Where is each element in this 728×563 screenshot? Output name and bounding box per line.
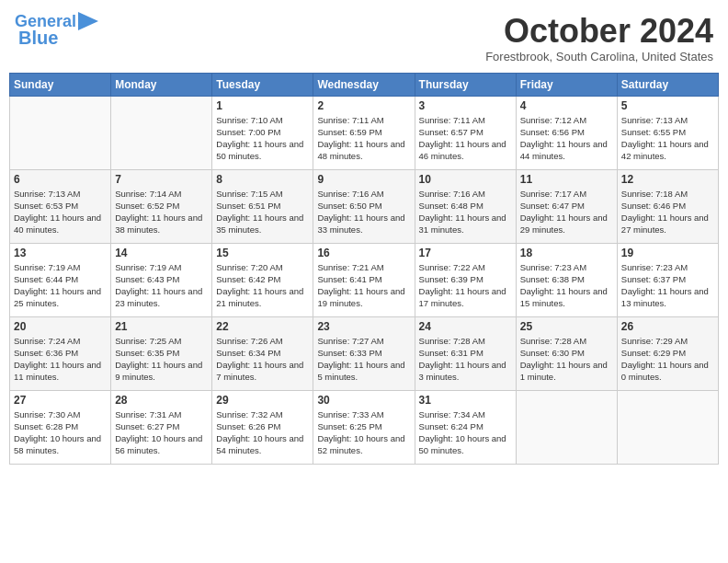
calendar-cell: 4 Sunrise: 7:12 AMSunset: 6:56 PMDayligh…: [516, 96, 617, 169]
calendar-cell: [516, 390, 617, 464]
calendar-cell: [617, 390, 718, 464]
calendar-cell: 8 Sunrise: 7:15 AMSunset: 6:51 PMDayligh…: [212, 169, 313, 243]
day-info: Sunrise: 7:27 AMSunset: 6:33 PMDaylight:…: [317, 335, 410, 384]
day-info: Sunrise: 7:16 AMSunset: 6:48 PMDaylight:…: [419, 188, 512, 236]
calendar-cell: 23 Sunrise: 7:27 AMSunset: 6:33 PMDaylig…: [313, 316, 415, 390]
calendar-cell: 31 Sunrise: 7:34 AMSunset: 6:24 PMDaylig…: [415, 390, 516, 464]
day-info: Sunrise: 7:11 AMSunset: 6:57 PMDaylight:…: [419, 114, 512, 163]
calendar-cell: 9 Sunrise: 7:16 AMSunset: 6:50 PMDayligh…: [313, 169, 415, 243]
week-row-1: 1 Sunrise: 7:10 AMSunset: 7:00 PMDayligh…: [10, 96, 719, 169]
calendar-cell: 30 Sunrise: 7:33 AMSunset: 6:25 PMDaylig…: [313, 390, 415, 464]
calendar-cell: 19 Sunrise: 7:23 AMSunset: 6:37 PMDaylig…: [617, 243, 718, 316]
day-info: Sunrise: 7:28 AMSunset: 6:31 PMDaylight:…: [419, 335, 512, 384]
day-number: 17: [419, 247, 512, 259]
day-number: 5: [621, 99, 714, 112]
day-number: 11: [520, 173, 613, 186]
calendar-cell: 21 Sunrise: 7:25 AMSunset: 6:35 PMDaylig…: [111, 316, 212, 390]
day-number: 25: [520, 320, 613, 333]
day-info: Sunrise: 7:18 AMSunset: 6:46 PMDaylight:…: [621, 188, 714, 236]
calendar-cell: 13 Sunrise: 7:19 AMSunset: 6:44 PMDaylig…: [10, 243, 111, 316]
header-row: SundayMondayTuesdayWednesdayThursdayFrid…: [10, 73, 719, 96]
day-number: 3: [419, 99, 512, 112]
calendar-cell: [10, 96, 111, 169]
calendar-cell: 28 Sunrise: 7:31 AMSunset: 6:27 PMDaylig…: [111, 390, 212, 464]
day-number: 6: [14, 173, 107, 186]
day-info: Sunrise: 7:32 AMSunset: 6:26 PMDaylight:…: [216, 408, 309, 457]
day-number: 15: [216, 247, 309, 259]
svg-marker-0: [78, 12, 98, 30]
day-number: 31: [419, 394, 512, 407]
calendar-cell: 2 Sunrise: 7:11 AMSunset: 6:59 PMDayligh…: [313, 96, 415, 169]
day-info: Sunrise: 7:16 AMSunset: 6:50 PMDaylight:…: [317, 188, 410, 236]
day-number: 23: [317, 320, 410, 333]
day-info: Sunrise: 7:23 AMSunset: 6:38 PMDaylight:…: [520, 261, 613, 310]
calendar-cell: 22 Sunrise: 7:26 AMSunset: 6:34 PMDaylig…: [212, 316, 313, 390]
calendar-cell: 16 Sunrise: 7:21 AMSunset: 6:41 PMDaylig…: [313, 243, 415, 316]
calendar-cell: 6 Sunrise: 7:13 AMSunset: 6:53 PMDayligh…: [10, 169, 111, 243]
calendar-cell: 3 Sunrise: 7:11 AMSunset: 6:57 PMDayligh…: [415, 96, 516, 169]
calendar-cell: 10 Sunrise: 7:16 AMSunset: 6:48 PMDaylig…: [415, 169, 516, 243]
day-info: Sunrise: 7:12 AMSunset: 6:56 PMDaylight:…: [520, 114, 613, 163]
day-info: Sunrise: 7:10 AMSunset: 7:00 PMDaylight:…: [216, 114, 309, 163]
calendar-cell: 7 Sunrise: 7:14 AMSunset: 6:52 PMDayligh…: [111, 169, 212, 243]
day-number: 24: [419, 320, 512, 333]
week-row-5: 27 Sunrise: 7:30 AMSunset: 6:28 PMDaylig…: [10, 390, 719, 464]
day-info: Sunrise: 7:25 AMSunset: 6:35 PMDaylight:…: [115, 335, 208, 384]
calendar-cell: 27 Sunrise: 7:30 AMSunset: 6:28 PMDaylig…: [10, 390, 111, 464]
day-number: 16: [317, 247, 410, 259]
day-info: Sunrise: 7:28 AMSunset: 6:30 PMDaylight:…: [520, 335, 613, 384]
calendar-cell: [111, 96, 212, 169]
page-header: General Blue October 2024 Forestbrook, S…: [9, 9, 719, 67]
day-number: 13: [14, 247, 107, 259]
day-info: Sunrise: 7:22 AMSunset: 6:39 PMDaylight:…: [419, 261, 512, 310]
day-info: Sunrise: 7:11 AMSunset: 6:59 PMDaylight:…: [317, 114, 410, 163]
day-number: 26: [621, 320, 714, 333]
calendar-cell: 26 Sunrise: 7:29 AMSunset: 6:29 PMDaylig…: [617, 316, 718, 390]
calendar-cell: 15 Sunrise: 7:20 AMSunset: 6:42 PMDaylig…: [212, 243, 313, 316]
week-row-3: 13 Sunrise: 7:19 AMSunset: 6:44 PMDaylig…: [10, 243, 719, 316]
day-number: 18: [520, 247, 613, 259]
day-info: Sunrise: 7:20 AMSunset: 6:42 PMDaylight:…: [216, 261, 309, 310]
calendar-cell: 11 Sunrise: 7:17 AMSunset: 6:47 PMDaylig…: [516, 169, 617, 243]
day-info: Sunrise: 7:31 AMSunset: 6:27 PMDaylight:…: [115, 408, 208, 457]
day-info: Sunrise: 7:14 AMSunset: 6:52 PMDaylight:…: [115, 188, 208, 236]
day-number: 7: [115, 173, 208, 186]
day-number: 29: [216, 394, 309, 407]
calendar-cell: 5 Sunrise: 7:13 AMSunset: 6:55 PMDayligh…: [617, 96, 718, 169]
calendar-cell: 25 Sunrise: 7:28 AMSunset: 6:30 PMDaylig…: [516, 316, 617, 390]
header-day-wednesday: Wednesday: [313, 73, 415, 96]
month-title: October 2024: [485, 13, 713, 50]
day-number: 12: [621, 173, 714, 186]
header-day-friday: Friday: [516, 73, 617, 96]
header-day-saturday: Saturday: [617, 73, 718, 96]
day-number: 21: [115, 320, 208, 333]
day-info: Sunrise: 7:15 AMSunset: 6:51 PMDaylight:…: [216, 188, 309, 236]
day-number: 14: [115, 247, 208, 259]
calendar-cell: 24 Sunrise: 7:28 AMSunset: 6:31 PMDaylig…: [415, 316, 516, 390]
day-info: Sunrise: 7:26 AMSunset: 6:34 PMDaylight:…: [216, 335, 309, 384]
day-info: Sunrise: 7:34 AMSunset: 6:24 PMDaylight:…: [419, 408, 512, 457]
calendar-cell: 29 Sunrise: 7:32 AMSunset: 6:26 PMDaylig…: [212, 390, 313, 464]
day-number: 4: [520, 99, 613, 112]
location: Forestbrook, South Carolina, United Stat…: [485, 50, 713, 63]
day-number: 22: [216, 320, 309, 333]
week-row-4: 20 Sunrise: 7:24 AMSunset: 6:36 PMDaylig…: [10, 316, 719, 390]
day-number: 20: [14, 320, 107, 333]
day-info: Sunrise: 7:13 AMSunset: 6:53 PMDaylight:…: [14, 188, 107, 236]
calendar-cell: 1 Sunrise: 7:10 AMSunset: 7:00 PMDayligh…: [212, 96, 313, 169]
calendar-cell: 14 Sunrise: 7:19 AMSunset: 6:43 PMDaylig…: [111, 243, 212, 316]
week-row-2: 6 Sunrise: 7:13 AMSunset: 6:53 PMDayligh…: [10, 169, 719, 243]
header-day-thursday: Thursday: [415, 73, 516, 96]
logo: General Blue: [15, 13, 98, 48]
day-info: Sunrise: 7:17 AMSunset: 6:47 PMDaylight:…: [520, 188, 613, 236]
calendar-cell: 12 Sunrise: 7:18 AMSunset: 6:46 PMDaylig…: [617, 169, 718, 243]
calendar-cell: 20 Sunrise: 7:24 AMSunset: 6:36 PMDaylig…: [10, 316, 111, 390]
day-number: 28: [115, 394, 208, 407]
day-number: 8: [216, 173, 309, 186]
day-number: 27: [14, 394, 107, 407]
day-number: 2: [317, 99, 410, 112]
day-info: Sunrise: 7:30 AMSunset: 6:28 PMDaylight:…: [14, 408, 107, 457]
logo-blue-text: Blue: [18, 28, 58, 48]
logo-arrow-icon: [78, 12, 98, 30]
day-info: Sunrise: 7:24 AMSunset: 6:36 PMDaylight:…: [14, 335, 107, 384]
